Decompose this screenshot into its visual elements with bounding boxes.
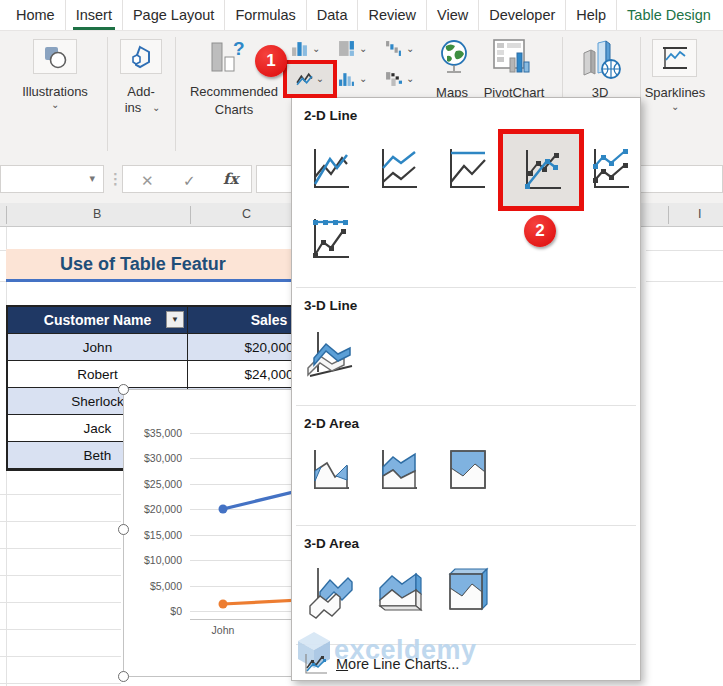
group-divider [107, 37, 108, 151]
chart-resize-handle[interactable] [118, 384, 129, 395]
sparklines-icon [660, 45, 690, 71]
insert-function-icon[interactable]: fx [223, 172, 238, 187]
header-label: Customer Name [44, 312, 151, 328]
pivotchart-icon [492, 38, 534, 78]
chevron-down-icon: ⌄ [406, 44, 414, 54]
menu-item-stacked-line[interactable] [374, 143, 420, 195]
recommended-charts-label-line2: Charts [186, 102, 282, 117]
menu-item-area[interactable] [306, 444, 352, 496]
ribbon-tab-bar: Home Insert Page Layout Formulas Data Re… [0, 0, 723, 31]
data-point-orange-john[interactable] [219, 600, 228, 609]
menu-item-stacked-line-with-markers[interactable] [586, 143, 632, 195]
chart-resize-handle[interactable] [118, 671, 129, 682]
gridline [0, 548, 121, 549]
insert-combo-chart-button[interactable]: ⌄ [385, 70, 414, 87]
name-box[interactable]: ▾ [0, 165, 104, 193]
menu-item-stacked-area[interactable] [374, 444, 420, 496]
data-point-blue-john[interactable] [219, 505, 228, 514]
insert-column-chart-button[interactable]: ⌄ [291, 40, 320, 57]
menu-item-100-stacked-line[interactable] [442, 143, 488, 195]
chevron-down-icon: ⌄ [312, 44, 320, 54]
menu-item-line[interactable] [306, 143, 352, 195]
more-line-charts-label: More Line Charts... [336, 656, 459, 672]
menu-item-3d-stacked-area[interactable] [374, 564, 424, 622]
addins-icon [128, 44, 154, 70]
more-line-charts-item[interactable]: More Line Charts... [292, 647, 640, 680]
insert-statistic-chart-button[interactable]: ⌄ [338, 70, 367, 87]
filter-dropdown-icon[interactable]: ▼ [166, 311, 184, 328]
menu-item-100-stacked-area[interactable] [442, 444, 488, 496]
cell-customer[interactable]: John [8, 334, 188, 361]
table-header-customer-name[interactable]: Customer Name ▼ [8, 307, 188, 334]
menu-item-100-stacked-line-with-markers[interactable] [306, 213, 352, 265]
chart-resize-handle[interactable] [118, 524, 129, 535]
line-chart-dropdown-menu: 2-D Line 3-D Line 2-D Area 3-D Area exce… [291, 97, 641, 681]
column-divider [668, 206, 669, 224]
hierarchy-chart-icon [338, 40, 355, 57]
menu-separator [296, 287, 636, 288]
insert-line-chart-button-highlighted[interactable]: ⌄ [283, 60, 337, 98]
chevron-down-icon: ⌄ [359, 44, 367, 54]
menu-item-line-with-markers-selected[interactable] [498, 129, 584, 211]
pivotchart-button[interactable] [492, 38, 534, 78]
chevron-down-icon: ⌄ [406, 74, 414, 84]
column-chart-icon [291, 40, 308, 57]
tab-developer[interactable]: Developer [479, 0, 566, 30]
tab-review[interactable]: Review [358, 0, 427, 30]
tab-help[interactable]: Help [566, 0, 617, 30]
gridline [0, 494, 121, 495]
gridline [0, 683, 121, 684]
gridline [0, 629, 121, 630]
tab-table-design[interactable]: Table Design [617, 0, 721, 30]
cell-customer[interactable]: Robert [8, 361, 188, 388]
svg-text:?: ? [233, 38, 245, 59]
maps-button[interactable] [438, 39, 470, 75]
gridline [0, 656, 121, 657]
recommended-charts-icon: ? [206, 37, 248, 79]
annotation-step-1: 1 [255, 45, 287, 77]
tab-insert[interactable]: Insert [66, 0, 123, 30]
chevron-down-icon: ⌄ [51, 100, 59, 110]
header-label: Sales [251, 312, 288, 328]
insert-waterfall-chart-button[interactable]: ⌄ [385, 40, 414, 57]
column-header-b[interactable]: B [93, 207, 101, 221]
tab-formulas[interactable]: Formulas [225, 0, 306, 30]
group-divider [175, 37, 176, 151]
section-title-2d-line: 2-D Line [304, 108, 357, 123]
sparklines-label: Sparklines [644, 85, 706, 100]
tab-view[interactable]: View [427, 0, 479, 30]
cancel-icon[interactable]: ✕ [141, 173, 154, 188]
column-header-i[interactable]: I [698, 207, 701, 221]
addins-label-line1: Add- [114, 84, 168, 99]
menu-separator [296, 405, 636, 406]
column-header-c[interactable]: C [242, 207, 251, 221]
gridline [0, 602, 121, 603]
chevron-down-icon: ⌄ [316, 74, 324, 84]
name-box-dropdown-icon[interactable]: ▾ [89, 172, 95, 185]
gridline [0, 521, 121, 522]
menu-separator [296, 525, 636, 526]
insert-hierarchy-chart-button[interactable]: ⌄ [338, 40, 367, 57]
section-title-3d-line: 3-D Line [304, 298, 357, 313]
annotation-step-2: 2 [524, 215, 556, 247]
menu-item-3d-100-stacked-area[interactable] [442, 564, 492, 622]
recommended-charts-button[interactable]: ? [206, 37, 258, 79]
gridline [646, 250, 723, 251]
menu-item-3d-area[interactable] [306, 564, 356, 622]
sparklines-button[interactable] [652, 39, 697, 77]
section-title-3d-area: 3-D Area [304, 536, 359, 551]
three-d-map-button[interactable] [578, 39, 624, 81]
section-title-2d-area: 2-D Area [304, 416, 359, 431]
tab-home[interactable]: Home [6, 0, 66, 30]
tab-data[interactable]: Data [307, 0, 359, 30]
illustrations-button[interactable] [33, 39, 77, 74]
combo-chart-icon [385, 70, 402, 87]
line-chart-icon [296, 71, 313, 88]
addins-button[interactable] [120, 39, 162, 74]
gridline [646, 281, 723, 282]
tab-page-layout[interactable]: Page Layout [123, 0, 225, 30]
formula-bar-grip-icon[interactable]: ⋮ [108, 171, 123, 186]
menu-item-3d-line[interactable] [306, 326, 356, 382]
confirm-icon[interactable]: ✓ [183, 173, 196, 188]
illustrations-icon [42, 44, 68, 70]
